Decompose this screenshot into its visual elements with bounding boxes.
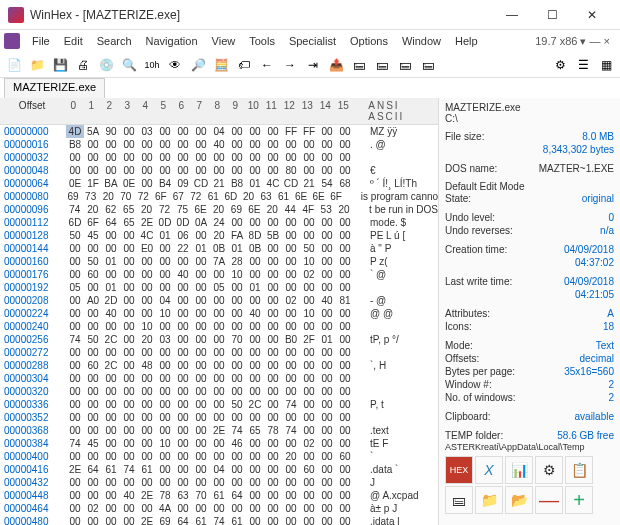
hex-byte[interactable]: 00 (228, 450, 246, 463)
menu-view[interactable]: View (206, 33, 242, 49)
hex-byte[interactable]: 8D (246, 229, 264, 242)
hex-byte[interactable]: 70 (228, 333, 246, 346)
hex-byte[interactable]: 01 (102, 255, 120, 268)
hex-byte[interactable]: 00 (228, 164, 246, 177)
hex-byte[interactable]: 00 (210, 411, 228, 424)
hex-byte[interactable]: A0 (84, 294, 102, 307)
hex-byte[interactable]: 01 (246, 177, 264, 190)
hex-byte[interactable]: 00 (228, 320, 246, 333)
hex-byte[interactable]: 69 (64, 190, 82, 203)
hex-row[interactable]: 00000336000000000000000000502C0074000000… (0, 398, 438, 411)
hex-editor[interactable]: Offset 0123456789101112131415 ANSI ASCII… (0, 98, 438, 525)
hex-byte[interactable]: 00 (300, 151, 318, 164)
hex-byte[interactable]: 00 (264, 242, 282, 255)
hex-byte[interactable]: 72 (134, 190, 152, 203)
hex-byte[interactable]: 68 (336, 177, 354, 190)
hex-byte[interactable]: 00 (156, 151, 174, 164)
ascii-cell[interactable]: .text (370, 424, 389, 437)
hex-byte[interactable]: 10 (300, 255, 318, 268)
hex-byte[interactable]: 00 (264, 281, 282, 294)
hex-byte[interactable]: 00 (318, 216, 336, 229)
hex-byte[interactable]: FF (282, 125, 300, 138)
hex-byte[interactable]: 81 (336, 294, 354, 307)
hex-byte[interactable]: 00 (120, 359, 138, 372)
hex-byte[interactable]: 00 (264, 138, 282, 151)
hex-row[interactable]: 0000036800000000000000002E74657874000000… (0, 424, 438, 437)
hex-byte[interactable]: 00 (120, 125, 138, 138)
grid-icon[interactable]: ▦ (596, 55, 616, 75)
hex-byte[interactable]: 00 (336, 489, 354, 502)
hex-byte[interactable]: 00 (228, 372, 246, 385)
hex-byte[interactable]: 0D (174, 216, 192, 229)
hex-byte[interactable]: 00 (192, 359, 210, 372)
menu-file[interactable]: File (26, 33, 56, 49)
hex-byte[interactable]: 00 (138, 255, 156, 268)
hex-byte[interactable]: 00 (174, 359, 192, 372)
hex-byte[interactable]: 2C (102, 333, 120, 346)
drive2-icon[interactable]: 🖴 (372, 55, 392, 75)
hex-byte[interactable]: 20 (209, 203, 227, 216)
hex-byte[interactable]: 00 (264, 515, 282, 525)
hex-byte[interactable]: 1F (84, 177, 102, 190)
hex-byte[interactable]: 00 (318, 281, 336, 294)
tag-icon[interactable]: 🏷 (234, 55, 254, 75)
hex-byte[interactable]: 00 (282, 515, 300, 525)
hex-byte[interactable]: 01 (246, 281, 264, 294)
hex-byte[interactable]: 00 (120, 333, 138, 346)
hex-byte[interactable]: 00 (192, 268, 210, 281)
hex-byte[interactable]: 00 (282, 502, 300, 515)
hex-byte[interactable]: 00 (192, 138, 210, 151)
hex-byte[interactable]: 61 (138, 463, 156, 476)
hex-byte[interactable]: 72 (156, 203, 174, 216)
hex-byte[interactable]: 21 (210, 177, 228, 190)
hex-byte[interactable]: 00 (228, 125, 246, 138)
hex-byte[interactable]: 00 (174, 346, 192, 359)
hex-byte[interactable]: 00 (336, 268, 354, 281)
hex-byte[interactable]: 00 (84, 151, 102, 164)
ascii-cell[interactable]: à " P (370, 242, 391, 255)
hex-byte[interactable]: 74 (210, 515, 228, 525)
hex-byte[interactable]: 00 (156, 411, 174, 424)
hex-byte[interactable]: 40 (120, 489, 138, 502)
hex-byte[interactable]: 10 (156, 437, 174, 450)
hex-byte[interactable]: 00 (192, 307, 210, 320)
ascii-cell[interactable]: à± p J (370, 502, 397, 515)
hex-byte[interactable]: 00 (318, 502, 336, 515)
hex-byte[interactable]: 00 (174, 294, 192, 307)
hex-byte[interactable]: 02 (282, 294, 300, 307)
hex-byte[interactable]: 00 (336, 346, 354, 359)
hex-byte[interactable]: 00 (192, 385, 210, 398)
ascii-cell[interactable]: P, t (370, 398, 384, 411)
hex-byte[interactable]: 00 (120, 437, 138, 450)
hex-byte[interactable]: 00 (174, 411, 192, 424)
hex-byte[interactable]: 50 (66, 229, 84, 242)
hex-byte[interactable]: 00 (264, 463, 282, 476)
hex-byte[interactable]: 6E (192, 203, 210, 216)
hex-byte[interactable]: 01 (318, 333, 336, 346)
hex-row[interactable]: 000004162E646174610000000400000000600000… (0, 463, 438, 476)
hex-byte[interactable]: 00 (84, 424, 102, 437)
hex-byte[interactable]: 00 (120, 151, 138, 164)
hex-row[interactable]: 0000027200000000000000000000000000000000 (0, 346, 438, 359)
ascii-cell[interactable]: is program canno (361, 190, 438, 203)
hex-byte[interactable]: 00 (102, 489, 120, 502)
hex-byte[interactable]: 20 (99, 190, 117, 203)
hex-byte[interactable]: 0E (66, 177, 84, 190)
minus-tool-icon[interactable]: — (535, 486, 563, 514)
hex-byte[interactable]: 2D (102, 294, 120, 307)
hex-byte[interactable]: 10 (156, 307, 174, 320)
hex-byte[interactable]: 00 (246, 164, 264, 177)
hex-byte[interactable]: 0E (120, 177, 138, 190)
hex-row[interactable]: 0000032000000000000000000000000000000000 (0, 385, 438, 398)
hex-byte[interactable]: 00 (228, 216, 246, 229)
hex-byte[interactable]: 00 (138, 476, 156, 489)
hex-byte[interactable]: 61 (228, 515, 246, 525)
hex-byte[interactable]: 00 (66, 307, 84, 320)
maximize-button[interactable]: ☐ (532, 3, 572, 27)
hex-byte[interactable]: 00 (282, 216, 300, 229)
hex-byte[interactable]: 00 (318, 151, 336, 164)
hex-byte[interactable]: 00 (300, 281, 318, 294)
hex-byte[interactable]: 00 (192, 502, 210, 515)
hex-byte[interactable]: 00 (192, 255, 210, 268)
hex-byte[interactable]: 00 (318, 450, 336, 463)
